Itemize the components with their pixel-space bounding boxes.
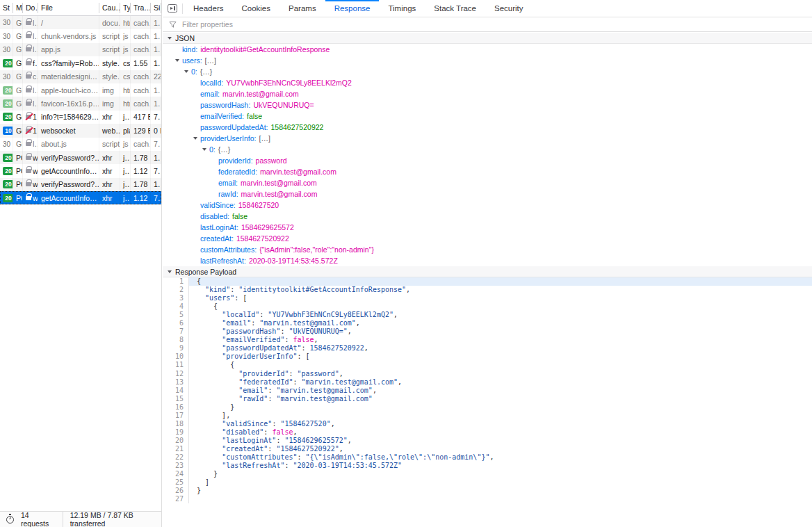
code-line-text: "email": "marvin.test@gmail.com", bbox=[189, 319, 812, 327]
code-line: 17 ], bbox=[163, 412, 812, 420]
tree-node-federatedId[interactable]: federatedId:marvin.test@gmail.com bbox=[163, 166, 812, 177]
request-row[interactable]: 20PO w…verifyPassword?…xhrj…1.78 …1… bbox=[0, 151, 161, 164]
cell-file: materialdesigni… bbox=[38, 70, 99, 83]
tree-key: federatedId: bbox=[218, 168, 257, 176]
tree-node-emailVerified[interactable]: emailVerified:false bbox=[163, 111, 812, 122]
tree-node-users[interactable]: users:[…] bbox=[163, 55, 812, 66]
column-header-do[interactable]: Do… bbox=[23, 3, 38, 13]
cell-size: 1… bbox=[151, 16, 161, 29]
tree-node-lastRefreshAt[interactable]: lastRefreshAt:2020-03-19T14:53:45.572Z bbox=[163, 255, 812, 266]
insecure-lock-icon bbox=[26, 113, 31, 121]
tree-node-email[interactable]: email:marvin.test@gmail.com bbox=[163, 177, 812, 188]
request-row[interactable]: 20GE f…css?family=Rob…style…css1.55 …1… bbox=[0, 56, 161, 70]
code-line-text: "kind": "identitytoolkit#GetAccountInfoR… bbox=[189, 286, 812, 294]
cell-file: info?t=1584629… bbox=[38, 111, 99, 124]
tab-params[interactable]: Params bbox=[279, 0, 325, 17]
tree-node-providerUserInfo[interactable]: providerUserInfo:[…] bbox=[163, 133, 812, 144]
cell-domain: w… bbox=[23, 178, 38, 191]
lock-icon bbox=[26, 167, 31, 175]
request-row[interactable]: 20PO w…getAccountInfo…xhrj…1.12 …7… bbox=[0, 164, 161, 177]
chevron-down-icon[interactable] bbox=[184, 70, 191, 73]
request-row[interactable]: 20GE l…favicon-16x16.p…imghtrcach…1… bbox=[0, 97, 161, 110]
tree-value: {…} bbox=[218, 145, 231, 154]
response-payload-source: 1{2 "kind": "identitytoolkit#GetAccountI… bbox=[163, 277, 812, 503]
tree-value: 1584627520 bbox=[238, 201, 279, 209]
column-header-tra[interactable]: Tra… bbox=[131, 3, 151, 13]
tree-node-passwordHash[interactable]: passwordHash:UkVEQUNURUQ= bbox=[163, 99, 812, 111]
line-number: 26 bbox=[163, 487, 189, 495]
json-section-header[interactable]: JSON bbox=[163, 33, 812, 44]
code-line: 16 } bbox=[163, 403, 812, 412]
tabs-divider bbox=[182, 3, 183, 14]
request-row[interactable]: 30GE l…about.jsscriptjscach…7… bbox=[0, 138, 161, 151]
response-payload-section-header[interactable]: Response Payload bbox=[163, 266, 812, 277]
cell-cause: style… bbox=[99, 56, 120, 70]
chevron-down-icon[interactable] bbox=[175, 59, 182, 62]
tab-stack-trace[interactable]: Stack Trace bbox=[425, 0, 485, 17]
code-line: 20 "lastLoginAt": "1584629625572", bbox=[163, 437, 812, 445]
filter-properties-input[interactable] bbox=[181, 19, 320, 29]
tree-node-kind[interactable]: kind:identitytoolkit#GetAccountInfoRespo… bbox=[163, 44, 812, 55]
code-line: 24 } bbox=[163, 470, 812, 478]
requests-count: 14 requests bbox=[21, 511, 56, 527]
request-row[interactable]: 20GE 1…info?t=1584629…xhrj…417 B7… bbox=[0, 111, 161, 124]
column-header-si[interactable]: Si bbox=[151, 3, 161, 13]
chevron-down-icon[interactable] bbox=[193, 137, 200, 140]
cell-file: getAccountInfo… bbox=[38, 164, 99, 177]
request-row[interactable]: 20GE l…apple-touch-ico…imghtrcach…1… bbox=[0, 83, 161, 97]
lock-icon bbox=[26, 45, 31, 54]
code-line: 23 "lastRefreshAt": "2020-03-19T14:53:45… bbox=[163, 462, 812, 470]
cell-transferred: 1.78 … bbox=[131, 178, 151, 191]
tab-headers[interactable]: Headers bbox=[184, 0, 232, 17]
cell-domain: 1… bbox=[23, 124, 38, 137]
cell-transferred: 1.12 … bbox=[131, 164, 151, 177]
request-row[interactable]: 30GE l…app.jsscriptjscach…1… bbox=[0, 43, 161, 56]
request-row[interactable]: 20PO w…getAccountInfo…xhrj…1.12 …7… bbox=[0, 191, 161, 204]
tree-node-createdAt[interactable]: createdAt:1584627520922 bbox=[163, 233, 812, 244]
request-row[interactable]: 20PO w…verifyPassword?…xhrj…1.78 …1… bbox=[0, 178, 161, 191]
cell-method: GE bbox=[13, 70, 23, 83]
cell-method: GE bbox=[13, 124, 23, 137]
column-header-file[interactable]: File bbox=[38, 3, 99, 13]
tab-security[interactable]: Security bbox=[485, 0, 533, 17]
tree-node-disabled[interactable]: disabled:false bbox=[163, 211, 812, 222]
tree-node-localId[interactable]: localId:YU7VwbhF3EhNCnC9Ly8EELKl2mQ2 bbox=[163, 77, 812, 88]
tree-key: kind: bbox=[182, 45, 197, 54]
tree-node-email[interactable]: email:marvin.test@gmail.com bbox=[163, 88, 812, 99]
tab-response[interactable]: Response bbox=[325, 0, 380, 17]
request-row[interactable]: 30GE l…chunk-vendors.jsscriptjscach…1… bbox=[0, 29, 161, 42]
line-number: 27 bbox=[163, 495, 189, 503]
tree-node-rawId[interactable]: rawId:marvin.test@gmail.com bbox=[163, 188, 812, 200]
tree-node-0[interactable]: 0:{…} bbox=[163, 144, 812, 155]
cell-status: 20 bbox=[0, 164, 13, 177]
request-row[interactable]: 30GE c…materialdesigni…style…csscach…22 bbox=[0, 70, 161, 83]
tree-node-0[interactable]: 0:{…} bbox=[163, 66, 812, 77]
tab-timings[interactable]: Timings bbox=[379, 0, 425, 17]
request-row[interactable]: 10GE 1…websocketweb…pla129 B0 B bbox=[0, 124, 161, 137]
tree-key: email: bbox=[200, 90, 220, 98]
tree-node-providerId[interactable]: providerId:password bbox=[163, 155, 812, 166]
tab-cookies[interactable]: Cookies bbox=[232, 0, 279, 17]
chevron-down-icon[interactable] bbox=[202, 148, 209, 151]
request-row[interactable]: 30GE l…/docu…htrcach…1… bbox=[0, 16, 161, 29]
tree-node-passwordUpdatedAt[interactable]: passwordUpdatedAt:1584627520922 bbox=[163, 122, 812, 133]
tree-key: customAttributes: bbox=[200, 245, 257, 254]
tree-node-customAttributes[interactable]: customAttributes:{"isAdmin":false,"role"… bbox=[163, 244, 812, 255]
column-header-st[interactable]: St bbox=[0, 3, 13, 13]
line-number: 24 bbox=[163, 470, 189, 478]
toggle-details-pane-button[interactable] bbox=[163, 0, 182, 17]
lock-icon bbox=[26, 194, 31, 202]
tree-node-lastLoginAt[interactable]: lastLoginAt:1584629625572 bbox=[163, 222, 812, 233]
cell-method: GE bbox=[13, 43, 23, 56]
tree-node-validSince[interactable]: validSince:1584627520 bbox=[163, 200, 812, 211]
response-scroll-area[interactable]: JSON kind:identitytoolkit#GetAccountInfo… bbox=[163, 33, 812, 527]
column-header-cau[interactable]: Cau… bbox=[99, 3, 120, 13]
status-badge: 20 bbox=[3, 194, 13, 202]
lock-icon bbox=[26, 72, 31, 81]
code-line-text: "lastRefreshAt": "2020-03-19T14:53:45.57… bbox=[189, 462, 812, 470]
column-header-m[interactable]: M bbox=[13, 3, 23, 13]
column-header-ty[interactable]: Ty bbox=[120, 3, 131, 13]
code-line: 27 bbox=[163, 495, 812, 503]
cell-size: 1… bbox=[151, 56, 161, 70]
status-badge: 20 bbox=[3, 167, 13, 175]
